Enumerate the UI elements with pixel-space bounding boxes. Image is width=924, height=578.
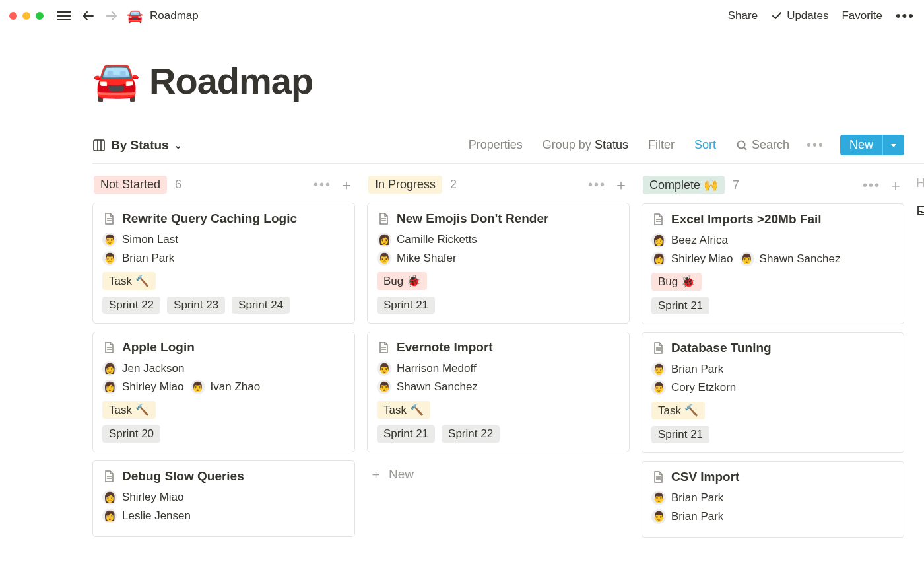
board-card[interactable]: Apple Login👩Jen Jackson👩Shirley Miao👨Iva… [92, 332, 355, 452]
add-card-button[interactable]: ＋New [367, 460, 630, 488]
sprint-tag: Sprint 21 [377, 297, 435, 314]
person: 👩Shirley Miao [102, 380, 184, 394]
avatar-icon: 👩 [651, 252, 666, 266]
person-name: Leslie Jensen [122, 509, 191, 523]
card-people-row: 👨Brian Park [651, 362, 894, 377]
breadcrumb-title[interactable]: Roadmap [150, 9, 199, 22]
inbox-item[interactable]: N [916, 203, 924, 218]
card-people-row: 👨Simon Last [102, 233, 345, 247]
board-card[interactable]: CSV Import👨Brian Park👨Brian Park [642, 461, 904, 538]
sidebar-toggle-icon[interactable] [55, 7, 73, 24]
board-card[interactable]: Excel Imports >20Mb Fail👩Beez Africa👩Shi… [642, 203, 904, 324]
avatar-icon: 👩 [102, 361, 117, 376]
share-button[interactable]: Share [728, 9, 758, 22]
card-people-row: 👨Harrison Medoff [377, 361, 620, 376]
column-add-icon[interactable]: ＋ [614, 181, 628, 188]
board-card[interactable]: Database Tuning👨Brian Park👨Cory EtzkornT… [642, 332, 904, 453]
sprint-tag: Sprint 22 [442, 425, 500, 443]
filter-button[interactable]: Filter [648, 138, 675, 152]
group-by-button[interactable]: Group by Status [543, 138, 628, 152]
person-name: Shirley Miao [671, 252, 733, 266]
card-people-row: 👩Leslie Jensen [102, 509, 345, 523]
window-zoom-icon[interactable] [36, 12, 44, 20]
person-name: Cory Etzkorn [671, 381, 736, 394]
board-card[interactable]: New Emojis Don't Render👩Camille Ricketts… [367, 203, 630, 324]
card-people-row: 👨Cory Etzkorn [651, 380, 894, 395]
person: 👩Shirley Miao [102, 490, 184, 505]
person: 👨Brian Park [651, 491, 723, 505]
card-title: Apple Login [122, 340, 195, 355]
person: 👩Beez Africa [651, 233, 728, 248]
avatar-icon: 👨 [102, 233, 117, 247]
nav-back-icon[interactable] [79, 7, 96, 24]
avatar-icon: 👨 [651, 362, 666, 377]
sprint-tag: Sprint 21 [377, 425, 435, 443]
page-icon [102, 212, 116, 225]
card-title: Database Tuning [671, 341, 772, 355]
search-button[interactable]: Search [736, 138, 789, 152]
type-tag: Task 🔨 [651, 402, 705, 419]
person: 👨Shawn Sanchez [377, 380, 478, 394]
properties-button[interactable]: Properties [469, 138, 523, 152]
column-count: 7 [733, 178, 739, 192]
type-tag: Task 🔨 [377, 401, 430, 419]
column-header: Not Started6•••＋ [92, 176, 355, 194]
card-people-row: 👨Brian Park [651, 491, 894, 505]
view-switcher[interactable]: By Status ⌄ [92, 138, 182, 153]
updates-button[interactable]: Updates [771, 9, 828, 22]
svg-line-9 [744, 147, 746, 150]
card-people-row: 👨Brian Park [651, 509, 894, 524]
person-name: Brian Park [671, 510, 723, 523]
board-card[interactable]: Rewrite Query Caching Logic👨Simon Last👨B… [92, 203, 355, 324]
person-name: Shawn Sanchez [760, 252, 841, 266]
page-icon [102, 341, 116, 354]
person-name: Brian Park [122, 252, 174, 265]
column-menu-icon[interactable]: ••• [863, 178, 880, 193]
person-name: Brian Park [671, 491, 723, 505]
chevron-down-icon [890, 141, 898, 149]
person: 👩Leslie Jensen [102, 509, 191, 523]
page-emoji[interactable]: 🚘 [92, 58, 140, 103]
avatar-icon: 👨 [377, 361, 391, 376]
column-status-chip[interactable]: Not Started [94, 176, 167, 194]
hidden-columns-label[interactable]: Hidde [916, 176, 924, 190]
column-menu-icon[interactable]: ••• [314, 177, 331, 192]
person: 👨Shawn Sanchez [740, 252, 841, 266]
column-status-chip[interactable]: Complete 🙌 [643, 176, 725, 194]
person-name: Camille Ricketts [397, 233, 477, 246]
board-column: Not Started6•••＋Rewrite Query Caching Lo… [92, 176, 355, 546]
page-icon [651, 342, 665, 355]
page-icon [651, 213, 665, 226]
sprint-tag: Sprint 24 [232, 297, 290, 314]
card-title: Excel Imports >20Mb Fail [671, 212, 822, 227]
window-minimize-icon[interactable] [22, 12, 30, 20]
board-card[interactable]: Debug Slow Queries👩Shirley Miao👩Leslie J… [92, 460, 355, 537]
column-add-icon[interactable]: ＋ [888, 182, 903, 189]
column-menu-icon[interactable]: ••• [588, 177, 606, 192]
person-name: Shawn Sanchez [397, 380, 478, 394]
new-button-dropdown[interactable] [882, 135, 904, 155]
column-status-chip[interactable]: In Progress [368, 176, 442, 194]
card-title: New Emojis Don't Render [397, 211, 548, 226]
nav-forward-icon[interactable] [103, 7, 120, 24]
avatar-icon: 👩 [102, 380, 117, 394]
person: 👨Cory Etzkorn [651, 380, 736, 395]
page-icon [651, 470, 665, 484]
board-view-icon [92, 139, 106, 152]
sort-button[interactable]: Sort [694, 138, 716, 152]
board-card[interactable]: Evernote Import👨Harrison Medoff👨Shawn Sa… [367, 332, 630, 452]
person: 👩Shirley Miao [651, 252, 733, 266]
window-close-icon[interactable] [9, 12, 17, 20]
view-more-icon[interactable]: ••• [807, 137, 824, 153]
column-add-icon[interactable]: ＋ [339, 181, 354, 188]
person-name: Mike Shafer [397, 252, 457, 265]
card-people-row: 👨Shawn Sanchez [377, 380, 620, 394]
new-button[interactable]: New [840, 135, 904, 155]
person: 👨Mike Shafer [377, 251, 457, 266]
board-column: Complete 🙌7•••＋Excel Imports >20Mb Fail👩… [642, 176, 904, 546]
avatar-icon: 👩 [102, 509, 117, 523]
favorite-button[interactable]: Favorite [842, 9, 882, 22]
avatar-icon: 👨 [377, 251, 391, 266]
page-title[interactable]: Roadmap [149, 59, 313, 102]
breadcrumb-emoji[interactable]: 🚘 [127, 8, 143, 24]
